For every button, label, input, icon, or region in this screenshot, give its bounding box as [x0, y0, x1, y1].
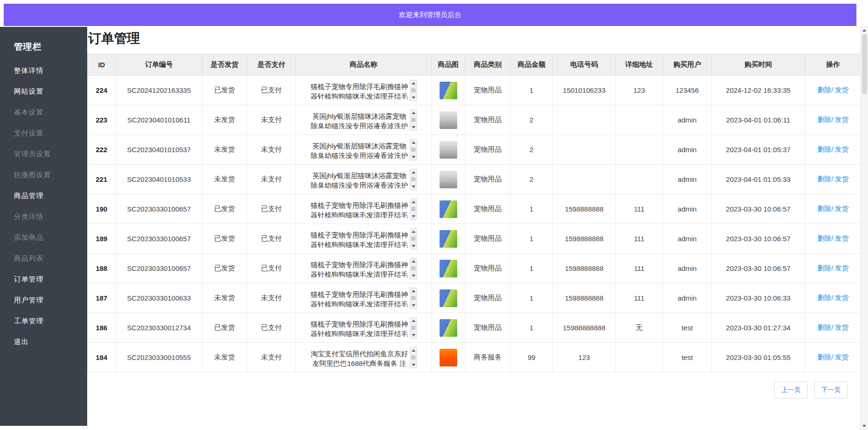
sidebar-item-site-settings[interactable]: 网站设置	[14, 81, 87, 102]
product-scrollbar-thumb[interactable]	[411, 266, 415, 270]
order-number-cell: SC20230401010533	[115, 165, 202, 194]
product-category-cell: 宠物用品	[465, 313, 510, 343]
order-number-cell: SC20230330100657	[115, 194, 202, 224]
pay-status-cell: 已支付	[247, 224, 296, 254]
sidebar-item-user-management[interactable]: 用户管理	[14, 290, 87, 311]
scroll-up-icon[interactable]	[411, 230, 416, 234]
ship-link[interactable]: 发货	[835, 175, 849, 183]
delete-link[interactable]: 删除	[817, 234, 831, 242]
scroll-up-icon[interactable]	[411, 259, 416, 263]
ship-link[interactable]: 发货	[835, 116, 849, 123]
delete-link[interactable]: 删除	[817, 86, 831, 94]
scroll-down-icon[interactable]	[411, 363, 416, 367]
column-header-12: 操作	[805, 54, 862, 76]
scroll-down-icon[interactable]	[411, 214, 416, 218]
product-image	[440, 171, 457, 188]
delete-link[interactable]: 删除	[817, 294, 831, 302]
ship-link[interactable]: 发货	[835, 264, 849, 272]
vertical-scrollbar[interactable]	[860, 26, 868, 426]
product-scrollbar-thumb[interactable]	[411, 177, 415, 181]
product-name-scrollbar[interactable]	[410, 317, 417, 339]
product-scrollbar-thumb[interactable]	[411, 296, 415, 300]
prev-page-button[interactable]: 上一页	[774, 382, 808, 398]
sidebar-item-order-management[interactable]: 订单管理	[14, 269, 87, 290]
sidebar-item-product-management[interactable]: 商品管理	[14, 186, 87, 206]
scroll-down-icon[interactable]	[411, 125, 416, 129]
product-name-scrollbar[interactable]	[410, 288, 417, 309]
ship-link[interactable]: 发货	[835, 86, 849, 94]
scroll-up-icon[interactable]	[862, 27, 868, 33]
order-number-cell: SC20241202163335	[115, 76, 202, 105]
ship-link[interactable]: 发货	[835, 323, 849, 331]
table-row: 187 SC20230330100633 未发货 未支付 猫梳子宠物专用除浮毛刷…	[88, 283, 862, 313]
scroll-up-icon[interactable]	[411, 200, 416, 204]
purchase-time-cell: 2023-03-30 10:06:57	[712, 254, 805, 283]
next-page-button[interactable]: 下一页	[814, 382, 848, 398]
pay-status-cell: 未支付	[247, 135, 296, 165]
scroll-down-icon[interactable]	[411, 96, 416, 100]
scroll-down-icon[interactable]	[411, 333, 416, 337]
scroll-up-icon[interactable]	[411, 81, 416, 85]
sidebar-item-product-list[interactable]: 商品列表	[14, 248, 87, 269]
product-image	[440, 260, 457, 277]
ship-link[interactable]: 发货	[835, 234, 849, 242]
sidebar-item-payment-settings[interactable]: 支付设置	[14, 123, 87, 144]
scroll-down-icon[interactable]	[411, 244, 416, 248]
product-image	[440, 111, 457, 129]
product-name-text: 猫梳子宠物专用除浮毛刷撸猫神器针梳狗狗猫咪毛发清理开结毛	[310, 260, 408, 277]
sidebar-item-category-details[interactable]: 分类详情	[14, 206, 87, 227]
product-name-scrollbar[interactable]	[410, 228, 417, 250]
ship-link[interactable]: 发货	[835, 353, 849, 361]
pay-status-cell: 未支付	[247, 283, 296, 313]
sidebar-item-ticket-management[interactable]: 工单管理	[14, 311, 87, 332]
scroll-up-icon[interactable]	[411, 348, 416, 353]
product-name-scrollbar[interactable]	[410, 80, 417, 101]
scroll-down-icon[interactable]	[411, 303, 416, 308]
sidebar-item-overall-details[interactable]: 整体详情	[14, 60, 87, 81]
delete-link[interactable]: 删除	[817, 353, 831, 361]
product-amount-cell: 1	[511, 283, 553, 313]
product-name-scrollbar[interactable]	[410, 258, 417, 279]
sidebar-item-admin-settings[interactable]: 管理员设置	[14, 144, 87, 165]
product-scrollbar-thumb[interactable]	[411, 207, 415, 211]
product-scrollbar-thumb[interactable]	[411, 88, 415, 92]
product-scrollbar-thumb[interactable]	[411, 355, 415, 359]
ship-link[interactable]: 发货	[835, 145, 849, 153]
product-name-scrollbar[interactable]	[410, 109, 417, 131]
delete-link[interactable]: 删除	[817, 175, 831, 183]
scroll-up-icon[interactable]	[411, 141, 416, 145]
scroll-up-icon[interactable]	[411, 289, 416, 293]
scroll-down-icon[interactable]	[862, 423, 868, 426]
product-scrollbar-thumb[interactable]	[411, 148, 415, 152]
product-scrollbar-thumb[interactable]	[411, 326, 415, 330]
sidebar-item-basic-settings[interactable]: 基本设置	[14, 102, 87, 123]
delete-link[interactable]: 删除	[817, 264, 831, 272]
product-scrollbar-thumb[interactable]	[411, 118, 415, 122]
product-name-scrollbar[interactable]	[410, 347, 417, 368]
product-image-cell	[431, 254, 465, 283]
ship-status-cell: 已发货	[202, 254, 247, 283]
sidebar-item-carousel-settings[interactable]: 轮播图设置	[14, 165, 87, 186]
sidebar-item-add-product[interactable]: 添加商品	[14, 227, 87, 248]
product-name-scrollbar[interactable]	[410, 199, 417, 220]
purchase-time-cell: 2023-04-01 01:05:37	[712, 135, 805, 165]
scroll-down-icon[interactable]	[411, 274, 416, 278]
product-name-scrollbar[interactable]	[410, 169, 417, 190]
delete-link[interactable]: 删除	[817, 116, 831, 123]
vertical-scrollbar-thumb[interactable]	[862, 34, 867, 94]
scroll-up-icon[interactable]	[411, 111, 416, 115]
delete-link[interactable]: 删除	[817, 205, 831, 212]
product-name-scrollbar[interactable]	[410, 139, 417, 160]
delete-link[interactable]: 删除	[817, 323, 831, 331]
ship-status-cell: 已发货	[202, 224, 247, 254]
delete-link[interactable]: 删除	[817, 145, 831, 153]
ship-link[interactable]: 发货	[835, 294, 849, 302]
scroll-up-icon[interactable]	[411, 319, 416, 323]
sidebar-item-logout[interactable]: 退出	[14, 332, 87, 353]
scroll-down-icon[interactable]	[411, 185, 416, 189]
ship-link[interactable]: 发货	[835, 205, 849, 212]
action-separator: /	[831, 86, 833, 94]
scroll-down-icon[interactable]	[411, 155, 416, 159]
scroll-up-icon[interactable]	[411, 170, 416, 174]
product-scrollbar-thumb[interactable]	[411, 237, 415, 241]
